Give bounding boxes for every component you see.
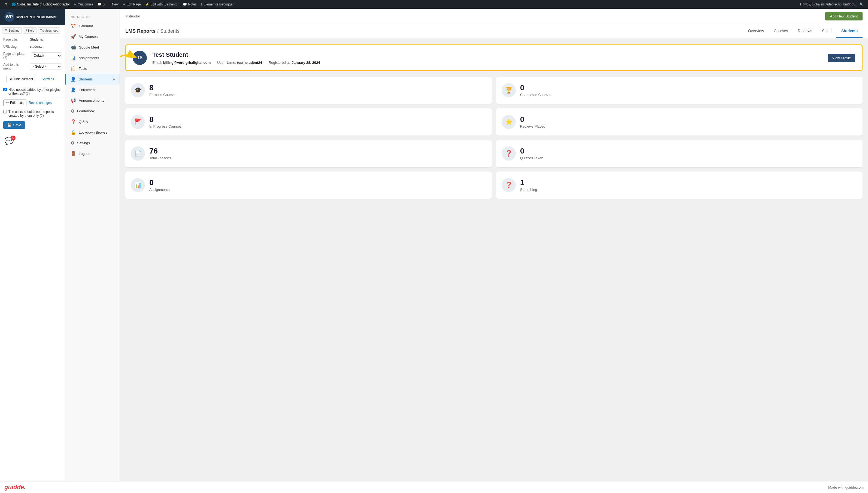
- hide-notices-checkbox[interactable]: [3, 88, 7, 91]
- stat-progress-info: 8 In Progress Courses: [149, 115, 182, 128]
- help-button[interactable]: ? Help: [23, 27, 37, 34]
- add-to-menu-select[interactable]: - Select -: [30, 63, 62, 70]
- qa-icon: ❓: [71, 119, 76, 124]
- sidebar-item-announcements[interactable]: 📢 Announcements: [65, 95, 120, 106]
- wp-logo[interactable]: ⚙: [2, 0, 9, 9]
- stat-completed-courses: 🏆 0 Completed Courses: [496, 77, 863, 104]
- chevron-right-icon: ▶: [113, 78, 115, 81]
- email-value: billing@verdigrisdigital.com: [163, 61, 211, 65]
- revert-changes-link[interactable]: Revert changes: [29, 101, 51, 105]
- username-label: User Name: test_student24: [217, 61, 262, 65]
- lock-icon: 🔒: [71, 130, 76, 135]
- stat-other-info: 1 Something: [520, 179, 537, 192]
- add-new-student-button[interactable]: Add New Student: [825, 12, 863, 20]
- flag-icon: 🚩: [134, 119, 142, 125]
- gear-icon: ⚙: [5, 29, 7, 32]
- wpfa-title-block: WPFRONTENDADMIN®: [16, 15, 56, 19]
- elementor-edit-link[interactable]: ⚡ Edit with Elementor: [143, 0, 181, 9]
- search-bar-icon[interactable]: 🔍: [858, 0, 866, 9]
- sidebar-item-tests[interactable]: 📋 Tests: [65, 63, 120, 74]
- site-name[interactable]: 🌐 Global Institute of Echocardiography: [9, 0, 72, 9]
- sidebar-item-calendar[interactable]: 📅 Calendar: [65, 21, 120, 31]
- settings-button[interactable]: ⚙ Settings: [2, 27, 22, 34]
- tab-sales[interactable]: Sales: [817, 24, 837, 38]
- view-profile-button[interactable]: View Profile: [828, 54, 855, 62]
- sidebar-item-google-meet[interactable]: 📹 Google Meet: [65, 42, 120, 52]
- stat-enrolled-info: 8 Enrolled Courses: [149, 84, 177, 97]
- settings-icon: ⚙: [71, 141, 74, 146]
- sidebar-item-lockdown[interactable]: 🔒 Lockdown Browser: [65, 127, 120, 138]
- sidebar-item-label: Lockdown Browser: [79, 130, 109, 134]
- content-top: Instructor Add New Student: [120, 9, 868, 24]
- stat-enrolled-courses: 🎓 8 Enrolled Courses: [125, 77, 492, 104]
- sidebar-item-students[interactable]: 👤 Students ▶: [65, 74, 120, 85]
- save-button[interactable]: 💾 Save: [3, 121, 25, 129]
- sidebar-item-settings[interactable]: ⚙ Settings: [65, 138, 120, 148]
- breadcrumb: LMS Reports / Students: [125, 24, 180, 39]
- wpfa-toolbar: ⚙ Settings ? Help Troubleshoot: [0, 25, 65, 36]
- show-all-link[interactable]: Show all: [42, 77, 54, 81]
- wp-admin-bar: ⚙ 🌐 Global Institute of Echocardiography…: [0, 0, 868, 9]
- troubleshoot-button[interactable]: Troubleshoot: [38, 27, 60, 34]
- registered-label: Registered at: January 28, 2024: [269, 61, 320, 65]
- page-title-row: Page title: Students: [0, 36, 65, 43]
- comments-link[interactable]: 💬 0: [95, 0, 107, 9]
- gradebook-icon: ⚙: [71, 109, 74, 114]
- other-count: 1: [520, 179, 537, 187]
- stat-lessons-info: 76 Total Lessons: [149, 147, 171, 160]
- notes-link[interactable]: 💭 Notes: [181, 0, 199, 9]
- url-slug-row: URL slug: students: [0, 43, 65, 50]
- hide-notices-row: Hide notices added by other plugins or t…: [0, 86, 65, 97]
- sidebar-item-gradebook[interactable]: ⚙ Gradebook: [65, 106, 120, 116]
- main-wrapper: WP WPFRONTENDADMIN® ⚙ Settings ? Help Tr…: [0, 9, 868, 493]
- notifications-area: 💬 5: [0, 133, 65, 149]
- sidebar-item-enrollment[interactable]: 👤 Enrollment: [65, 85, 120, 95]
- stat-assignments-info: 0 Assignments: [149, 179, 169, 192]
- edit-page-link[interactable]: ✏ Edit Page: [121, 0, 143, 9]
- customize-link[interactable]: ✏ Customize: [72, 0, 95, 9]
- new-link[interactable]: + New: [107, 0, 121, 9]
- user-posts-checkbox[interactable]: [3, 110, 7, 113]
- sidebar-item-assignments[interactable]: 📊 Assignments: [65, 52, 120, 63]
- video-icon: 📹: [71, 45, 76, 50]
- sidebar-item-my-courses[interactable]: 🚀 My Courses: [65, 31, 120, 42]
- quizzes-icon-circle: ❓: [502, 146, 516, 160]
- add-to-menu-row: Add to this menu: - Select -: [0, 61, 65, 72]
- howdy-menu[interactable]: Howdy, globalinstituteofecho_8m6pq6: [798, 0, 858, 9]
- annotation-arrow: [120, 50, 139, 66]
- page-template-select[interactable]: Default: [31, 52, 62, 59]
- graduation-cap-icon: 🎓: [134, 87, 142, 94]
- reviews-icon-circle: ⭐: [502, 115, 516, 129]
- guidde-made-with: Made with guidde.com: [828, 485, 864, 490]
- assignments-label: Assignments: [149, 188, 169, 192]
- pencil-icon: ✏: [6, 101, 9, 105]
- lessons-count: 76: [149, 147, 171, 155]
- students-icon: 👤: [71, 77, 76, 82]
- sidebar-item-logout[interactable]: 🚪 Logout: [65, 148, 120, 159]
- tab-reviews[interactable]: Reviews: [793, 24, 817, 38]
- stat-completed-info: 0 Completed Courses: [520, 84, 551, 97]
- main-content: Instructor Add New Student LMS Reports /…: [120, 9, 868, 493]
- tab-courses[interactable]: Courses: [769, 24, 793, 38]
- stat-total-lessons: 📄 76 Total Lessons: [125, 140, 492, 167]
- tab-overview[interactable]: Overview: [743, 24, 769, 38]
- tests-icon: 📋: [71, 66, 76, 71]
- enrolled-icon-circle: 🎓: [131, 83, 145, 97]
- tab-students[interactable]: Students: [837, 24, 863, 38]
- edit-texts-button[interactable]: ✏ Edit texts: [3, 100, 26, 106]
- plus-icon: +: [109, 2, 111, 6]
- chart-icon: 📊: [134, 181, 142, 189]
- student-card-wrapper: TS Test Student Email: billing@verdigris…: [125, 44, 863, 71]
- sidebar-item-label: Q & A: [79, 120, 88, 124]
- hide-element-button[interactable]: 👁 Hide element: [6, 76, 36, 82]
- sidebar-item-qa[interactable]: ❓ Q & A: [65, 116, 120, 127]
- stat-quizzes-taken: ❓ 0 Quizzes Taken: [496, 140, 863, 167]
- completed-count: 0: [520, 84, 551, 92]
- debugger-link[interactable]: ℹ Elementor Debugger: [199, 0, 236, 9]
- wpfa-title: WPFRONTENDADMIN®: [16, 15, 56, 19]
- sidebar-item-label: Settings: [77, 141, 90, 145]
- wp-icon: ⚙: [4, 2, 7, 6]
- sidebar-item-label: Calendar: [79, 24, 93, 28]
- sidebar-item-label: My Courses: [79, 35, 97, 39]
- sidebar-item-label: Logout: [79, 152, 90, 156]
